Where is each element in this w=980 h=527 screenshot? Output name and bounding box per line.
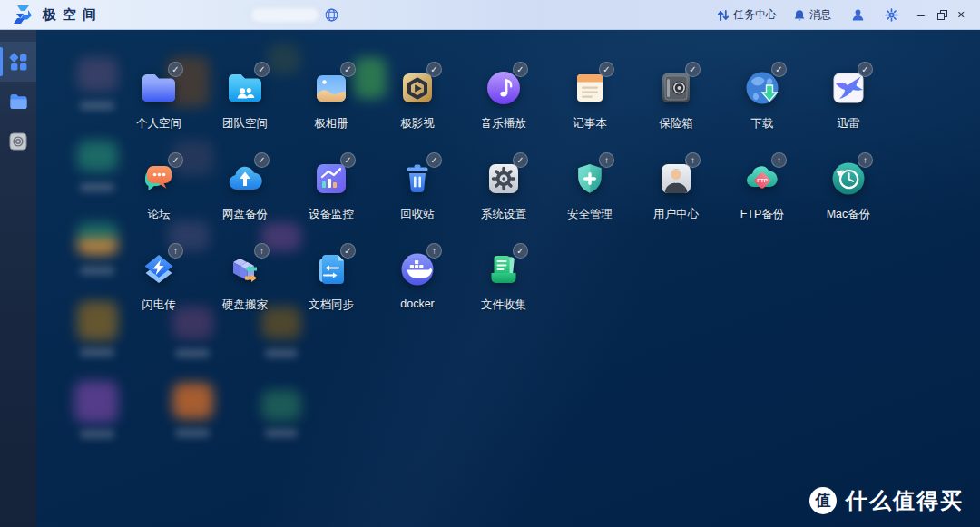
check-badge: ✓ (771, 62, 787, 77)
app-tile-movies[interactable]: ✓极影视 (375, 63, 460, 132)
check-badge: ✓ (426, 152, 442, 168)
bell-icon (793, 9, 806, 22)
task-center-icon (717, 9, 730, 22)
app-tile-device-monitor[interactable]: ✓设备监控 (289, 154, 374, 222)
app-tile-forum[interactable]: ✓论坛 (116, 154, 201, 222)
update-badge: ↑ (168, 243, 183, 259)
topbar: 极空间 任务中心 (0, 0, 980, 30)
smzdm-logo-icon: 值 (809, 487, 837, 514)
blurred-label (175, 429, 210, 437)
svg-text:FTP: FTP (757, 177, 768, 183)
app-label: 安全管理 (547, 207, 632, 222)
update-badge: ↑ (685, 152, 701, 168)
blurred-label (265, 429, 298, 437)
blurred-icon (77, 222, 118, 255)
minimize-button[interactable]: – (911, 0, 931, 30)
update-badge: ↑ (426, 243, 442, 259)
check-badge: ✓ (513, 152, 528, 168)
app-label: 硬盘搬家 (202, 298, 288, 313)
check-badge: ✓ (340, 152, 356, 168)
user-button[interactable] (851, 8, 865, 22)
blurred-icon (77, 57, 118, 92)
blurred-label (80, 102, 114, 110)
check-badge: ✓ (340, 243, 356, 259)
app-label: Mac备份 (806, 207, 891, 222)
app-grid-icon (9, 53, 28, 72)
app-label: docker (375, 298, 460, 310)
app-label: 下载 (720, 116, 805, 132)
messages-button[interactable]: 消息 (793, 7, 831, 23)
app-label: 记事本 (547, 116, 632, 132)
update-badge: ↑ (599, 152, 614, 168)
app-tile-xunlei[interactable]: ✓迅雷 (806, 63, 891, 132)
language-globe-icon[interactable] (325, 8, 338, 22)
app-tile-doc-sync[interactable]: ✓文档同步 (289, 245, 374, 313)
app-label: 个人空间 (116, 116, 201, 132)
app-tile-recycle-bin[interactable]: ✓回收站 (375, 154, 460, 222)
check-badge: ✓ (426, 62, 442, 77)
smzdm-watermark-text: 什么值得买 (846, 486, 964, 515)
folder-icon (9, 93, 28, 110)
app-label: 文档同步 (289, 298, 374, 313)
app-tile-docker[interactable]: ↑docker (375, 245, 460, 310)
check-badge: ✓ (858, 62, 873, 77)
app-tile-personal-space[interactable]: ✓个人空间 (116, 63, 201, 132)
sidebar-item-disk[interactable] (0, 122, 36, 161)
restore-button[interactable] (931, 0, 951, 30)
app-label: 论坛 (116, 207, 201, 222)
app-label: 团队空间 (202, 116, 288, 132)
check-badge: ✓ (513, 62, 528, 77)
app-label: 文件收集 (461, 298, 546, 313)
disk-lens-icon (9, 132, 27, 151)
app-label: 迅雷 (806, 116, 891, 132)
gear-icon (885, 8, 898, 22)
task-center-button[interactable]: 任务中心 (717, 7, 777, 23)
app-tile-security[interactable]: ↑安全管理 (547, 154, 632, 222)
app-tile-notepad[interactable]: ✓记事本 (547, 63, 632, 132)
app-label: 回收站 (375, 207, 460, 222)
brand: 极空间 (12, 4, 103, 25)
update-badge: ↑ (858, 152, 873, 168)
app-tile-ftp-backup[interactable]: FTP↑FTP备份 (720, 154, 805, 222)
app-label: 网盘备份 (202, 207, 288, 222)
check-badge: ✓ (168, 62, 183, 77)
check-badge: ✓ (513, 243, 528, 259)
desktop-background: ✓个人空间 ✓团队空间 ✓极相册 ✓极影视 ✓音乐播放 ✓记事本 ✓保险箱 ✓下… (36, 30, 980, 527)
app-tile-user-center[interactable]: ↑用户中心 (633, 154, 719, 222)
app-tile-cloud-backup[interactable]: ✓网盘备份 (202, 154, 288, 222)
app-label: FTP备份 (720, 207, 805, 222)
check-badge: ✓ (254, 62, 270, 77)
app-label: 设备监控 (289, 207, 374, 222)
check-badge: ✓ (340, 62, 356, 77)
app-tile-mac-backup[interactable]: ↑Mac备份 (806, 154, 891, 222)
app-label: 用户中心 (633, 207, 719, 222)
smzdm-watermark: 值 什么值得买 (809, 486, 964, 515)
app-tile-download[interactable]: ✓下载 (720, 63, 805, 132)
blurred-icon (261, 390, 301, 421)
brand-title: 极空间 (43, 6, 103, 24)
app-tile-photo-album[interactable]: ✓极相册 (289, 63, 374, 132)
app-tile-team-space[interactable]: ✓团队空间 (202, 63, 288, 132)
zspace-logo-icon (12, 4, 34, 25)
app-label: 极影视 (375, 116, 460, 132)
user-icon (851, 8, 865, 22)
app-tile-music-player[interactable]: ✓音乐播放 (461, 63, 546, 132)
app-tile-safe-box[interactable]: ✓保险箱 (633, 63, 719, 132)
app-tile-flash-transfer[interactable]: ↑闪电传 (116, 245, 201, 313)
blurred-label (265, 349, 298, 357)
app-tile-file-collect[interactable]: ✓文件收集 (461, 245, 546, 313)
close-button[interactable]: × (951, 0, 971, 30)
sidebar-item-files[interactable] (0, 82, 36, 122)
app-label: 保险箱 (633, 116, 719, 132)
app-label: 极相册 (289, 116, 374, 132)
update-badge: ↑ (771, 152, 787, 168)
check-badge: ✓ (254, 152, 270, 168)
sidebar-item-apps[interactable] (0, 42, 36, 82)
app-tile-system-settings[interactable]: ✓系统设置 (461, 154, 546, 222)
app-tile-disk-migration[interactable]: ↑硬盘搬家 (202, 245, 288, 313)
settings-button[interactable] (885, 8, 898, 22)
username-blurred[interactable] (250, 7, 319, 23)
task-center-label: 任务中心 (733, 7, 777, 23)
app-label: 闪电传 (116, 298, 201, 313)
update-badge: ↑ (254, 243, 270, 259)
